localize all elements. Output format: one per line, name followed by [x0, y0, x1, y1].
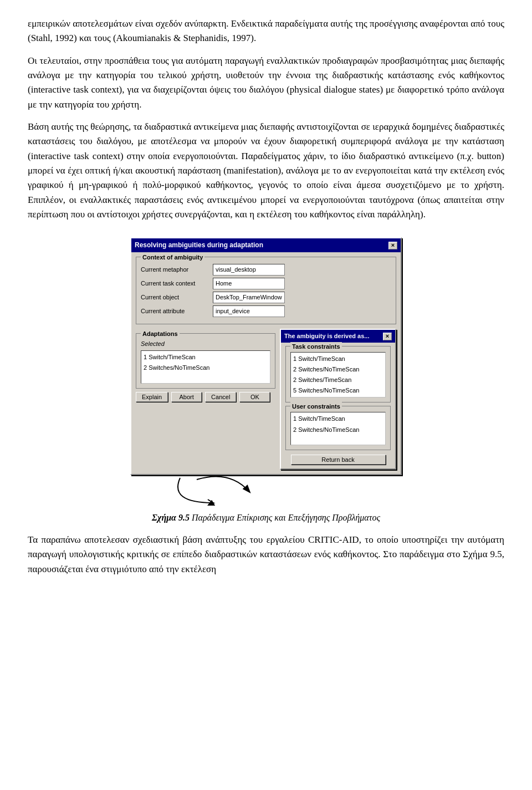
dialog-body: Context of ambiguity Current metaphor vi…	[131, 252, 401, 474]
context-label-1: Current task context	[141, 279, 213, 288]
task-item-1: 2 Switches/NoTimeScan	[292, 364, 384, 375]
main-dialog: Resolving ambiguities during adaptation …	[130, 237, 402, 475]
context-value-3: input_device	[213, 305, 285, 317]
adaptations-group-label: Adaptations	[141, 329, 180, 339]
arrow-area	[130, 475, 402, 506]
context-row-0: Current metaphor visual_desktop	[141, 264, 391, 276]
context-label-0: Current metaphor	[141, 265, 213, 274]
list-item-1: 2 Switches/NoTimeScan	[142, 363, 269, 373]
task-item-2: 2 Switches/TimeScan	[292, 375, 384, 385]
left-panel: Adaptations Selected 1 Switch/TimeScan 2…	[136, 329, 275, 470]
paragraph-3: Βάση αυτής της θεώρησης, τα διαδραστικά …	[28, 120, 504, 222]
caption-bold: Σχήμα 9.5	[152, 513, 190, 522]
abort-button[interactable]: Abort	[171, 392, 202, 402]
context-row-1: Current task context Home	[141, 278, 391, 289]
figure-wrapper: Resolving ambiguities during adaptation …	[130, 237, 402, 506]
sub-dialog-titlebar: The ambiguity is derived as... ×	[281, 330, 395, 343]
sub-dialog-close-button[interactable]: ×	[383, 333, 392, 340]
user-constraints-label: User constraints	[290, 402, 342, 411]
return-back-button[interactable]: Return back	[291, 455, 386, 465]
main-columns: Adaptations Selected 1 Switch/TimeScan 2…	[136, 329, 396, 470]
ok-button[interactable]: OK	[239, 392, 270, 402]
user-constraints-listbox[interactable]: 1 Switch/TimeScan 2 Switches/NoTimeScan	[290, 412, 386, 445]
dialog-titlebar: Resolving ambiguities during adaptation …	[131, 238, 401, 252]
action-buttons-row: Explain Abort Cancel OK	[136, 392, 275, 402]
sub-dialog: The ambiguity is derived as... × Task co…	[280, 329, 396, 470]
paragraph-2: Οι τελευταίοι, στην προσπάθεια τους για …	[28, 54, 504, 112]
context-row-3: Current attribute input_device	[141, 305, 391, 317]
return-btn-container: Return back	[285, 455, 391, 465]
context-row-2: Current object DeskTop_FrameWindow	[141, 292, 391, 303]
user-constraints-group: User constraints 1 Switch/TimeScan 2 Swi…	[285, 406, 391, 450]
paragraph-1-text: εμπειρικών αποτελεσμάτων είναι σχεδόν αν…	[28, 18, 504, 43]
user-item-1: 2 Switches/NoTimeScan	[292, 425, 384, 435]
list-item-0: 1 Switch/TimeScan	[142, 352, 269, 363]
paragraph-after: Τα παραπάνω αποτελεσαν σχεδιαστική βάση …	[28, 533, 504, 577]
cancel-button[interactable]: Cancel	[205, 392, 236, 402]
paragraph-after-text: Τα παραπάνω αποτελεσαν σχεδιαστική βάση …	[28, 534, 504, 574]
arrow-svg	[163, 475, 274, 506]
adaptations-group: Adaptations Selected 1 Switch/TimeScan 2…	[136, 333, 275, 389]
dialog-close-button[interactable]: ×	[388, 242, 397, 249]
task-constraints-group: Task constraints 1 Switch/TimeScan 2 Swi…	[285, 346, 391, 402]
context-value-1: Home	[213, 278, 285, 289]
paragraph-2-text: Οι τελευταίοι, στην προσπάθεια τους για …	[28, 55, 504, 110]
context-value-0: visual_desktop	[213, 264, 285, 276]
adaptations-listbox[interactable]: 1 Switch/TimeScan 2 Switches/NoTimeScan	[141, 350, 270, 384]
context-label-2: Current object	[141, 293, 213, 302]
selected-label: Selected	[141, 339, 270, 349]
caption-italic: Παράδειγμα Επίκρισης και Επεξήγησης Προβ…	[190, 513, 380, 522]
right-panel: The ambiguity is derived as... × Task co…	[280, 329, 396, 470]
figure-container: Resolving ambiguities during adaptation …	[28, 237, 504, 506]
user-item-0: 1 Switch/TimeScan	[292, 414, 384, 424]
task-item-3: 5 Switches/NoTimeScan	[292, 385, 384, 396]
context-group-label: Context of ambiguity	[141, 253, 204, 262]
task-constraints-label: Task constraints	[290, 342, 342, 351]
task-constraints-listbox[interactable]: 1 Switch/TimeScan 2 Switches/NoTimeScan …	[290, 352, 386, 397]
dialog-title: Resolving ambiguities during adaptation	[135, 240, 263, 251]
context-value-2: DeskTop_FrameWindow	[213, 292, 285, 303]
sub-dialog-title: The ambiguity is derived as...	[284, 332, 369, 341]
task-item-0: 1 Switch/TimeScan	[292, 354, 384, 364]
paragraph-1: εμπειρικών αποτελεσμάτων είναι σχεδόν αν…	[28, 17, 504, 46]
figure-caption: Σχήμα 9.5 Παράδειγμα Επίκρισης και Επεξή…	[28, 511, 504, 525]
paragraph-3-text: Βάση αυτής της θεώρησης, τα διαδραστικά …	[28, 121, 504, 220]
context-group: Context of ambiguity Current metaphor vi…	[136, 257, 396, 324]
sub-dialog-body: Task constraints 1 Switch/TimeScan 2 Swi…	[281, 343, 395, 468]
context-label-3: Current attribute	[141, 307, 213, 316]
explain-button[interactable]: Explain	[136, 392, 168, 402]
